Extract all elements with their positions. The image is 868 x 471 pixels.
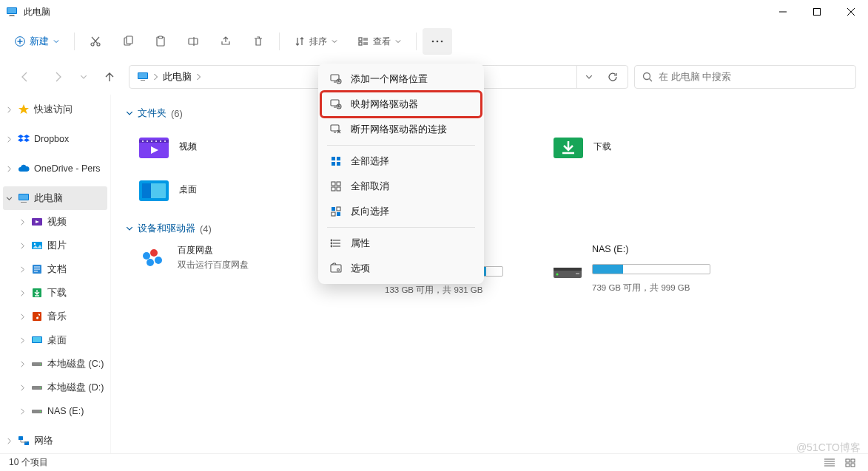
- svg-rect-127: [846, 464, 850, 467]
- sidebar-item-label: Dropbox: [34, 134, 69, 144]
- up-button[interactable]: [96, 64, 123, 90]
- view-icon: [358, 36, 369, 47]
- svg-point-79: [147, 259, 154, 266]
- folder-item[interactable]: 视频: [138, 129, 300, 164]
- menu-item[interactable]: 属性: [321, 231, 481, 256]
- recent-button[interactable]: [77, 64, 90, 90]
- back-button[interactable]: [12, 64, 38, 90]
- trash-icon: [252, 35, 264, 47]
- chevron-down-icon: [332, 38, 337, 44]
- copy-button[interactable]: [113, 28, 143, 55]
- sidebar-item[interactable]: 文档: [0, 257, 110, 281]
- svg-rect-112: [337, 212, 340, 216]
- expand-icon: [19, 384, 27, 391]
- menu-item-label: 断开网络驱动器的连接: [351, 123, 447, 136]
- sidebar-item-label: 音乐: [47, 311, 67, 323]
- search-input[interactable]: 在 此电脑 中搜索: [634, 65, 856, 89]
- close-button[interactable]: [834, 0, 868, 24]
- sidebar-item-label: 快速访问: [34, 104, 73, 116]
- folder-label: 下载: [593, 140, 611, 153]
- sidebar-item[interactable]: NAS (E:): [0, 399, 110, 423]
- svg-rect-55: [18, 436, 23, 440]
- menu-item[interactable]: 添加一个网络位置: [321, 67, 481, 92]
- svg-point-78: [155, 257, 162, 264]
- svg-point-118: [331, 245, 332, 247]
- expand-icon: [6, 106, 13, 113]
- sidebar-item[interactable]: OneDrive - Pers: [0, 157, 110, 180]
- up-icon: [104, 71, 115, 83]
- sort-button[interactable]: 排序: [286, 28, 346, 55]
- sidebar-item[interactable]: 快速访问: [0, 98, 110, 121]
- new-button[interactable]: 新建: [6, 28, 68, 55]
- usage-bar: [592, 264, 710, 274]
- svg-point-33: [644, 73, 650, 80]
- paste-button[interactable]: [146, 28, 175, 55]
- svg-point-28: [437, 41, 439, 43]
- cut-button[interactable]: [81, 28, 110, 55]
- details-view-button[interactable]: [821, 455, 838, 470]
- svg-point-96: [338, 106, 340, 107]
- group-count: (4): [200, 223, 212, 234]
- refresh-button[interactable]: [601, 66, 625, 88]
- chevron-right-icon: [196, 73, 201, 81]
- svg-rect-85: [554, 268, 582, 271]
- drive-label: NAS (E:): [592, 244, 715, 254]
- expand-icon: [19, 408, 27, 415]
- share-button[interactable]: [211, 28, 240, 55]
- new-label: 新建: [30, 35, 49, 48]
- sidebar-item[interactable]: 音乐: [0, 305, 110, 328]
- drive-item[interactable]: 百度网盘双击运行百度网盘: [138, 244, 300, 296]
- svg-point-29: [441, 41, 443, 43]
- drive-item[interactable]: NAS (E:)739 GB 可用，共 999 GB: [552, 244, 715, 296]
- svg-rect-46: [33, 312, 41, 321]
- menu-item[interactable]: 断开网络驱动器的连接: [321, 117, 481, 142]
- address-dropdown-button[interactable]: [577, 66, 601, 88]
- more-icon: [431, 40, 443, 43]
- view-button[interactable]: 查看: [349, 28, 410, 55]
- monitor-plus-icon: [330, 73, 342, 85]
- svg-point-77: [150, 249, 158, 257]
- sidebar-item[interactable]: 下载: [0, 281, 110, 305]
- folder-item[interactable]: 桌面: [138, 172, 300, 207]
- menu-item[interactable]: 反向选择: [321, 199, 481, 224]
- sidebar-item[interactable]: 图片: [0, 234, 110, 257]
- svg-rect-31: [138, 73, 147, 78]
- menu-item[interactable]: 全部取消: [321, 174, 481, 199]
- svg-rect-87: [576, 273, 579, 274]
- menu-item[interactable]: 全部选择: [321, 149, 481, 174]
- menu-item-label: 属性: [351, 237, 370, 250]
- minimize-button[interactable]: [766, 0, 800, 24]
- sidebar-item-label: 本地磁盘 (C:): [47, 358, 104, 370]
- plus-icon: [15, 36, 25, 47]
- forward-button[interactable]: [44, 64, 71, 90]
- svg-rect-18: [159, 36, 163, 38]
- svg-rect-16: [127, 36, 132, 44]
- folder-label: 桌面: [179, 183, 197, 196]
- sidebar-item[interactable]: 本地磁盘 (C:): [0, 352, 110, 376]
- delete-button[interactable]: [243, 28, 273, 55]
- sidebar-item[interactable]: Dropbox: [0, 127, 110, 151]
- maximize-button[interactable]: [800, 0, 834, 24]
- svg-rect-111: [332, 212, 335, 216]
- sidebar-item[interactable]: 桌面: [0, 328, 110, 352]
- menu-item[interactable]: 映射网络驱动器: [321, 92, 481, 117]
- svg-point-117: [331, 243, 332, 244]
- sidebar-item-label: 视频: [47, 216, 67, 228]
- sidebar-item[interactable]: 网络: [0, 429, 110, 453]
- tiles-view-button[interactable]: [841, 455, 859, 470]
- sidebar: 快速访问DropboxOneDrive - Pers此电脑视频图片文档下载音乐桌…: [0, 95, 111, 453]
- sidebar-item[interactable]: 此电脑: [3, 186, 107, 210]
- group-header-drives[interactable]: 设备和驱动器 (4): [126, 222, 853, 235]
- folder-item[interactable]: 下载: [552, 129, 715, 164]
- sidebar-item[interactable]: 视频: [0, 210, 110, 234]
- main-content: 文件夹 (6) 视频文档下载桌面 设备和驱动器 (4) 百度网盘双击运行百度网盘…: [111, 95, 868, 453]
- svg-rect-106: [337, 182, 340, 186]
- group-header-folders[interactable]: 文件夹 (6): [126, 106, 853, 120]
- rename-button[interactable]: [178, 28, 208, 55]
- address-segment[interactable]: 此电脑: [132, 67, 206, 87]
- search-icon: [642, 72, 653, 82]
- cut-icon: [90, 35, 101, 47]
- sidebar-item[interactable]: 本地磁盘 (D:): [0, 376, 110, 399]
- menu-item[interactable]: 选项: [321, 256, 481, 281]
- more-button[interactable]: [423, 28, 452, 55]
